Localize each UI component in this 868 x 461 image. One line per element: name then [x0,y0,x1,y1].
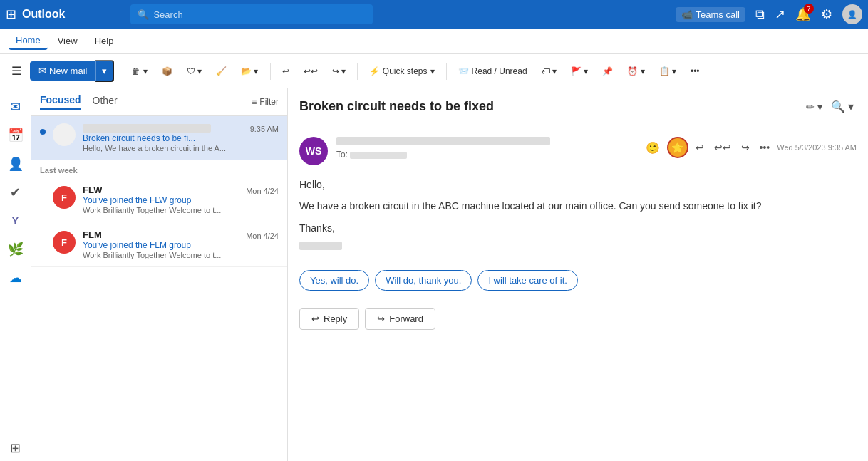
signature-blurred [299,242,342,250]
forward-button[interactable]: ↪ Forward [365,308,435,330]
zoom-icon[interactable]: 🔍 ▾ [828,97,857,116]
undo-all-button[interactable]: ↩↩ [298,63,324,79]
mail-item-1[interactable]: 9:35 AM Broken circuit needs to be fi...… [31,116,287,160]
sidebar-item-apps[interactable]: ⊞ [3,435,29,461]
body-line1: We have a broken circuit in the ABC mach… [299,198,857,214]
mail-panel: Focused Other ≡ Filter 9:35 AM Broken ci… [31,88,288,461]
reading-tools: 🔍 ▾ [828,97,857,116]
protect-button[interactable]: 🛡 ▾ [181,63,207,79]
quick-steps-button[interactable]: ⚡ Quick steps ▾ [363,63,440,79]
sidebar-item-mail[interactable]: ✉ [3,94,29,120]
filter-label: Filter [259,97,279,107]
pin-button[interactable]: 📌 [596,63,619,79]
quick-steps-label: Quick steps [383,66,428,76]
suggested-replies: Yes, will do. Will do, thank you. I will… [299,270,857,291]
sidebar-item-teams[interactable]: Y [3,208,29,234]
sidebar-item-files[interactable]: 🌿 [3,237,29,262]
suggested-reply-2[interactable]: Will do, thank you. [375,270,472,291]
title-bar-right: 📹 Teams call ⧉ ↗ 🔔 7 ⚙ 👤 [676,4,862,24]
body-greeting: Hello, [299,177,857,192]
tab-other[interactable]: Other [93,95,118,109]
mail-subject-1: Broken circuit needs to be fi... [83,133,279,143]
more-button[interactable]: ••• [685,63,706,79]
mail-item-2[interactable]: F FLW Mon 4/24 You've joined the FLW gro… [31,177,287,222]
avatar[interactable]: 👤 [842,4,862,24]
menu-view[interactable]: View [51,33,85,49]
search-icon: 🔍 [138,9,149,20]
sidebar-icons: ✉ 📅 👤 ✔ Y 🌿 ☁ ⊞ [0,88,31,461]
tab-focused[interactable]: Focused [40,94,81,110]
new-mail-dropdown[interactable]: ▾ [95,60,114,82]
main-layout: ✉ 📅 👤 ✔ Y 🌿 ☁ ⊞ Focused Other ≡ Filter [0,88,868,461]
mail-tabs: Focused Other ≡ Filter [31,88,287,116]
snooze-button[interactable]: ⏰ ▾ [621,63,650,79]
suggested-reply-3[interactable]: I will take care of it. [477,270,578,291]
mail-time-1: 9:35 AM [250,125,279,133]
settings-icon[interactable]: ⚙ [821,6,832,22]
filter-button[interactable]: ≡ Filter [252,97,279,107]
email-title: Broken circuit needs to be fixed [299,99,800,114]
email-to: To: [336,150,634,160]
mail-preview-3: Work Brilliantly Together Welcome to t..… [83,251,279,259]
new-mail-label: New mail [49,66,87,76]
sidebar-item-azure[interactable]: ☁ [3,265,29,291]
avatar-placeholder [53,123,76,146]
reply-all-inline-button[interactable]: ↩↩ [711,139,734,156]
new-mail-button[interactable]: ✉ New mail [30,61,95,81]
mail-sender-2: FLW [83,185,102,195]
sender-name-blurred [336,137,550,145]
emoji-reaction-button[interactable]: 🙂 [643,138,663,157]
move-button[interactable]: 📂 ▾ [235,63,264,79]
recipient-blurred [350,152,407,159]
view-button[interactable]: 📋 ▾ [653,63,682,79]
sidebar-item-calendar[interactable]: 📅 [3,123,29,148]
reply-button[interactable]: ↩ Reply [299,308,359,330]
sidebar-item-people[interactable]: 👤 [3,151,29,177]
tag-button[interactable]: 🏷 ▾ [536,63,562,79]
teams-call-label: Teams call [696,9,740,20]
email-actions-right: 🙂 ⭐ ↩ ↩↩ ↪ ••• Wed 5/3/2023 9:35 AM [643,137,857,158]
mail-time-2: Mon 4/24 [246,187,279,195]
suggested-reply-1[interactable]: Yes, will do. [299,270,369,291]
mail-subject-3: You've joined the FLM group [83,240,279,250]
sidebar-item-tasks[interactable]: ✔ [3,180,29,205]
mail-info-3: FLM Mon 4/24 You've joined the FLM group… [83,229,279,259]
app-name: Outlook [22,8,65,21]
collapse-button[interactable]: ☰ [6,61,27,81]
avatar-flw: F [53,186,76,209]
title-bar: ⊞ Outlook 🔍 📹 Teams call ⧉ ↗ 🔔 7 ⚙ 👤 [0,0,868,29]
important-star-button[interactable]: ⭐ [667,137,688,158]
sweep-button[interactable]: 🧹 [210,63,232,79]
reply-inline-button[interactable]: ↩ [693,139,707,156]
reading-pane: Broken circuit needs to be fixed ✏ ▾ 🔍 ▾… [288,88,868,461]
filter-icon: ≡ [252,97,257,107]
more-email-actions[interactable]: ••• [757,139,773,156]
archive-button[interactable]: 📦 [156,63,178,79]
edit-icon[interactable]: ✏ ▾ [806,101,822,113]
mail-list: 9:35 AM Broken circuit needs to be fi...… [31,116,287,461]
redo-button[interactable]: ↪ ▾ [326,63,351,79]
envelope-open-icon: 📨 [458,66,469,76]
forward-icon: ↪ [377,314,385,324]
read-unread-button[interactable]: 📨 Read / Unread [453,63,533,79]
forward-inline-button[interactable]: ↪ [738,139,753,156]
grid-icon[interactable]: ⊞ [6,6,16,22]
menu-help[interactable]: Help [88,33,121,49]
divider2 [270,63,271,80]
notification-badge: 7 [804,4,814,14]
avatar-flm: F [53,231,76,254]
section-last-week: Last week [31,160,287,177]
undo-button[interactable]: ↩ [277,63,295,79]
bell-icon[interactable]: 🔔 7 [795,6,811,22]
teams-call-button[interactable]: 📹 Teams call [676,7,745,22]
envelope-icon: ✉ [38,66,46,76]
menu-home[interactable]: Home [9,32,48,50]
multi-window-icon[interactable]: ⧉ [755,7,765,22]
search-bar[interactable]: 🔍 [130,4,373,24]
video-icon: 📹 [681,9,693,20]
share-icon[interactable]: ↗ [775,6,785,22]
mail-item-3[interactable]: F FLM Mon 4/24 You've joined the FLM gro… [31,222,287,267]
flag-button[interactable]: 🚩 ▾ [565,63,594,79]
delete-button[interactable]: 🗑 ▾ [126,63,153,79]
search-input[interactable] [153,9,366,20]
